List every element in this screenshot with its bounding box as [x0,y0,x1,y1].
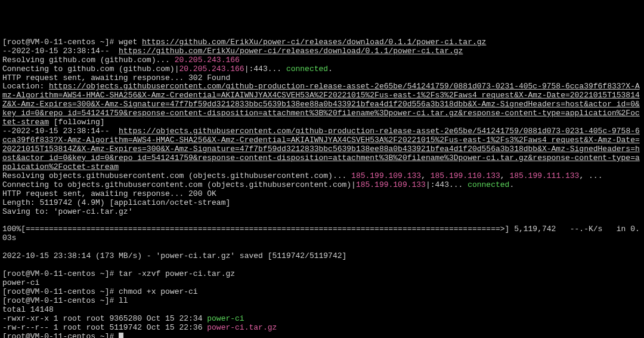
wget-ip-c: 185.199.111.133 [509,171,579,180]
wget-ip-1: 20.205.243.166 [175,56,240,64]
wget-ts-2: --2022-10-15 23:38:14-- [2,127,119,136]
ll-line-2-perm: -rw-r--r-- 1 root root 5119742 Oct 15 22… [2,323,207,332]
wget-port: |:443... [244,64,286,73]
wget-port-2: |:443... [426,180,467,189]
prompt-3: [root@VM-0-11-centos ~]# [2,287,119,296]
prompt-2: [root@VM-0-11-centos ~]# [2,269,119,278]
tar-output: power-ci [2,278,39,287]
wget-ellipsis: , ... [579,171,602,180]
wget-connected: connected [286,64,328,73]
wget-length: Length: 5119742 (4.9M) [application/octe… [2,198,230,207]
cursor[interactable] [119,333,123,338]
ll-line-1-perm: -rwxr-xr-x 1 root root 9365280 Oct 15 22… [2,314,207,323]
wget-ip-d: 185.199.109.133 [356,180,426,189]
wget-connecting-2: Connecting to objects.githubusercontent.… [2,180,356,189]
wget-saving: Saving to: 'power-ci.tar.gz' [2,207,132,216]
wget-http-200: HTTP request sent, awaiting response... … [2,189,216,198]
sep-2: , [500,171,510,180]
ll-line-1-name: power-ci [207,314,244,323]
ll-line-2-name: power-ci.tar.gz [207,323,277,332]
tar-cmd: tar -xzvf power-ci.tar.gz [119,269,235,278]
wget-cmd: wget [119,38,142,47]
prompt-4: [root@VM-0-11-centos ~]# [2,296,119,305]
sep-1: , [421,171,431,180]
wget-done: 2022-10-15 23:38:14 (173 MB/s) - 'power-… [2,251,346,260]
wget-dot-2: . [509,180,514,189]
wget-url-2: https://github.com/ErikXu/power-ci/relea… [119,47,463,56]
wget-ts: --2022-10-15 23:38:14-- [2,47,119,56]
terminal-output[interactable]: [root@VM-0-11-centos ~]# wget https://gi… [2,38,642,338]
wget-resolving: Resolving github.com (github.com)... [2,56,175,64]
wget-connecting: Connecting to github.com (github.com)| [2,64,179,73]
wget-location-label: Location: [2,82,49,91]
wget-dot: . [328,64,333,73]
ll-cmd: ll [119,296,128,305]
wget-ip-a: 185.199.109.133 [351,171,421,180]
ll-total: total 14148 [2,305,54,314]
wget-connected-2: connected [467,180,509,189]
wget-url: https://github.com/ErikXu/power-ci/relea… [142,38,486,47]
chmod-cmd: chmod +x power-ci [119,287,198,296]
wget-progress: 100%[===================================… [2,225,640,242]
prompt: [root@VM-0-11-centos ~]# [2,38,119,47]
wget-resolving-2: Resolving objects.githubusercontent.com … [2,171,351,180]
prompt-5: [root@VM-0-11-centos ~]# [2,332,119,338]
wget-http-302: HTTP request sent, awaiting response... … [2,73,230,82]
wget-following: [following] [49,118,105,127]
wget-ip-b: 185.199.110.133 [431,171,500,180]
wget-ip-2: 20.205.243.166 [179,64,244,73]
